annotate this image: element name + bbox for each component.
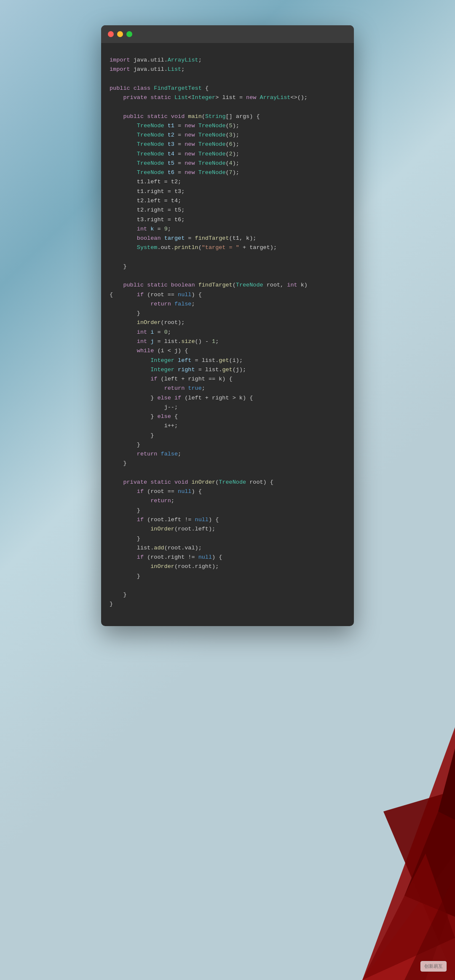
code-content: import java.util.ArrayList; import java.… xyxy=(101,43,354,626)
svg-marker-1 xyxy=(383,790,455,980)
watermark: 创新易互 xyxy=(420,961,447,972)
minimize-dot[interactable] xyxy=(117,31,123,37)
close-dot[interactable] xyxy=(108,31,114,37)
code-window: import java.util.ArrayList; import java.… xyxy=(101,25,354,626)
svg-marker-4 xyxy=(404,769,455,917)
svg-marker-6 xyxy=(438,748,455,820)
maximize-dot[interactable] xyxy=(126,31,132,37)
title-bar xyxy=(101,25,354,43)
background-decoration xyxy=(278,601,455,980)
svg-marker-0 xyxy=(362,727,455,980)
